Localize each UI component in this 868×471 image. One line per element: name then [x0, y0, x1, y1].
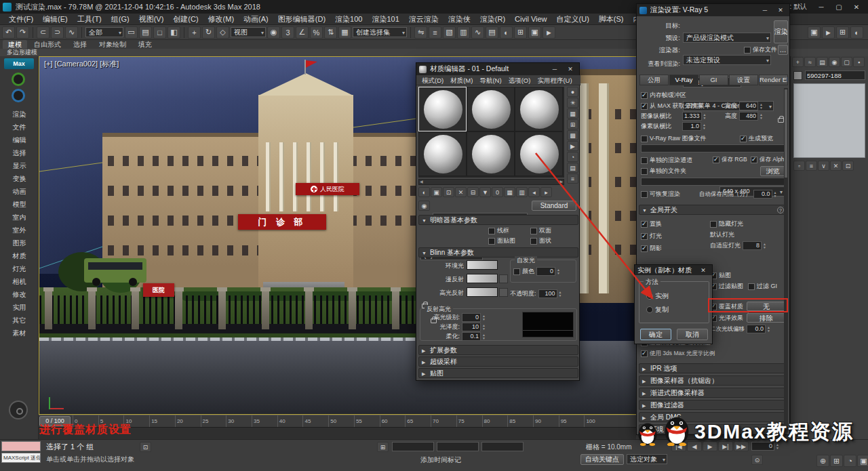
auto-key-button[interactable]: 自动关键点 [580, 454, 624, 465]
height-spinner[interactable]: 480 [739, 112, 764, 121]
specular-map-button[interactable] [499, 288, 508, 297]
shader-checkbox[interactable]: 双面 [530, 226, 572, 235]
sidebar-item[interactable]: 模型 [0, 198, 39, 211]
autosave-spinner[interactable]: 0.0 [753, 190, 778, 199]
memory-frame-buffer-checkbox[interactable]: 内存帧缓冲区 [641, 91, 686, 100]
shader-checkbox[interactable]: 面贴图 [488, 237, 530, 245]
sidebar-item[interactable]: 修改 [0, 288, 39, 301]
menu-item[interactable]: 视图(V) [134, 14, 169, 24]
spinner-snap-icon[interactable]: ⇅ [324, 26, 337, 39]
rollout-shader-basic[interactable]: 明暗器基本参数 [418, 215, 578, 225]
specular-color-swatch[interactable] [467, 287, 498, 297]
hidden-lights-checkbox[interactable]: 隐藏灯光 [710, 220, 743, 228]
menu-item[interactable]: 渲染侠 [443, 14, 475, 24]
width-spinner[interactable]: 640 [739, 102, 764, 110]
sidebar-item[interactable]: 室内 [0, 211, 39, 224]
menu-item[interactable]: 渲染(R) [475, 14, 510, 24]
get-resolution-checkbox[interactable]: 从 MAX 获取分辨率 [641, 102, 703, 110]
diffuse-color-swatch[interactable] [467, 274, 498, 283]
minimize-icon[interactable]: ─ [549, 64, 561, 74]
reset-map-icon[interactable]: ✕ [455, 187, 467, 197]
filter-maps-checkbox[interactable]: 过滤贴图 [710, 282, 743, 291]
material-sample-slot[interactable] [467, 131, 515, 176]
target-dropdown[interactable]: 产品级渲染模式 [683, 33, 771, 43]
layer-explorer-icon[interactable]: ▧ [443, 26, 456, 39]
max-logo-icon[interactable]: Max [4, 58, 34, 69]
coordinate-z-field[interactable] [481, 442, 524, 451]
select-and-scale-icon[interactable]: ◇ [216, 26, 229, 39]
ray-bias-spinner[interactable]: 0.0 [747, 325, 771, 333]
material-sample-slot[interactable] [418, 131, 467, 176]
motion-tab-icon[interactable]: ◉ [829, 57, 840, 67]
ribbon-tab[interactable]: 建模 [3, 40, 27, 49]
schematic-view-icon[interactable]: ▤ [486, 26, 498, 39]
render-button[interactable]: 渲染 [774, 20, 788, 43]
image-aspect-spinner[interactable]: 1.333 [682, 112, 707, 121]
render-production-icon[interactable]: ► [542, 26, 555, 39]
put-material-to-scene-icon[interactable]: ▣ [431, 187, 442, 197]
sidebar-item[interactable]: 其它 [0, 314, 39, 327]
override-exclude-button[interactable]: 排除 [747, 313, 786, 323]
render-setup-tab[interactable]: V-Ray [669, 75, 698, 85]
generate-preview-checkbox[interactable]: 生成预览 [740, 134, 773, 143]
maxscript-mini-listener[interactable]: MAXScript 迷你侦听器 [1, 453, 41, 463]
coordinate-y-field[interactable] [437, 442, 479, 451]
sidebar-item[interactable]: 编辑 [0, 134, 39, 146]
maps-checkbox[interactable]: 贴图 [710, 271, 731, 280]
rollout-global-switches[interactable]: 全局开关? [639, 205, 787, 215]
soften-spinner[interactable]: 0.1 [462, 332, 486, 341]
select-by-material-icon[interactable]: ▤ [567, 163, 578, 173]
material-sample-slot[interactable] [418, 87, 467, 131]
pixel-aspect-spinner[interactable]: 1.0 [682, 122, 707, 131]
go-to-end-icon[interactable]: ▶▶ [734, 441, 749, 451]
options-icon[interactable]: ◔ [567, 152, 578, 162]
backlight-icon[interactable]: ☀ [567, 98, 578, 108]
selection-set-dropdown[interactable]: 选定对象 [627, 454, 667, 464]
pin-stack-icon[interactable]: ▫ [793, 161, 805, 171]
opacity-spinner[interactable]: 100 [538, 289, 563, 298]
orbit-icon[interactable]: ◔ [844, 455, 856, 467]
close-icon[interactable]: ✕ [697, 266, 709, 275]
rollout-collapsed[interactable]: 扩展参数 [418, 345, 578, 355]
sidebar-item[interactable]: 室外 [0, 224, 39, 237]
ribbon-tab[interactable]: 选择 [68, 40, 92, 49]
maximize-viewport-icon[interactable]: ▣ [857, 455, 868, 467]
render-setup-tab[interactable]: Render Elements [759, 75, 788, 85]
quick-render-icon[interactable]: ► [822, 26, 835, 39]
menu-item[interactable]: 渲云渲染 [404, 14, 443, 24]
mirror-icon[interactable]: ⇋ [414, 26, 427, 39]
menu-item[interactable]: 图形编辑器(D) [273, 14, 330, 24]
material-map-navigator-icon[interactable]: ≡ [567, 173, 578, 184]
make-unique-icon[interactable]: ∨ [818, 161, 829, 171]
zoom-extents-icon[interactable]: ⊞ [830, 455, 843, 467]
ribbon-tab[interactable]: 对象绘制 [94, 40, 132, 49]
render-setup-tab[interactable]: GI [699, 75, 728, 85]
render-frame-icon[interactable]: ▣ [808, 26, 821, 39]
ribbon-tab[interactable]: 自由形式 [28, 40, 66, 49]
sidebar-item[interactable]: 素材 [0, 327, 39, 340]
show-end-result-icon[interactable]: ▥ [516, 187, 528, 197]
rollout-collapsed[interactable]: 全局 DMC [639, 412, 787, 422]
sidebar-item[interactable]: 变换 [0, 172, 39, 185]
rollout-collapsed[interactable]: 图像采样器（抗锯齿） [639, 375, 787, 386]
ribbon-toggle-icon[interactable]: ▥ [457, 26, 470, 39]
separate-folder-checkbox[interactable]: 单独的文件夹 [641, 167, 686, 176]
curve-editor-icon[interactable]: ∿ [471, 26, 484, 39]
rollout-collapsed[interactable]: 超级采样 [418, 356, 578, 367]
photometric-scale-checkbox[interactable]: 使用 3ds Max 光度学比例 [641, 350, 715, 358]
displacement-checkbox[interactable]: 置换 [641, 220, 662, 228]
cancel-button[interactable]: 取消 [677, 329, 708, 340]
filter-gi-checkbox[interactable]: 过滤 GI [748, 282, 777, 291]
previous-frame-icon[interactable]: ◀ [687, 441, 702, 451]
material-id-channel-icon[interactable]: 0 [492, 187, 503, 197]
rendered-frame-window-icon[interactable]: ▣ [528, 26, 541, 39]
menu-item[interactable]: 自定义(U) [552, 14, 594, 24]
percent-snap-icon[interactable]: % [310, 26, 323, 39]
material-sample-slot[interactable] [467, 87, 515, 131]
menu-item[interactable]: 渲染100 [330, 14, 367, 24]
go-to-parent-icon[interactable]: ◂ [528, 187, 540, 197]
glossiness-spinner[interactable]: 10 [462, 323, 486, 331]
ambient-color-swatch[interactable] [467, 260, 498, 270]
close-icon[interactable]: ✕ [774, 5, 787, 15]
go-to-start-icon[interactable]: |◀ [671, 441, 686, 451]
